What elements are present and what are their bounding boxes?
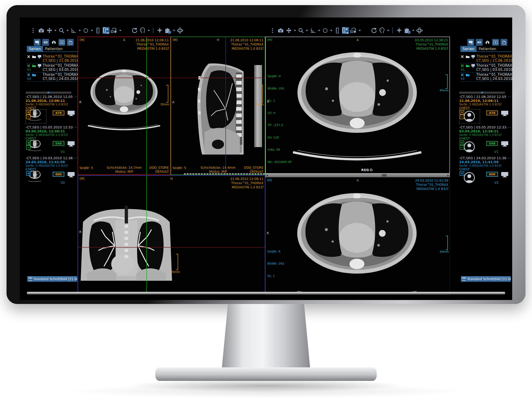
reformat-head-icon[interactable] <box>139 27 146 34</box>
reformat-head-icon[interactable] <box>379 27 386 34</box>
viewport-axial-mip[interactable]: (M) A 21.06.2010 12:06:11 Thorax^01_THOR… <box>78 37 171 175</box>
plugins-dropdown-caret[interactable] <box>412 30 415 31</box>
tab-serien[interactable]: Serien <box>27 46 43 52</box>
scroll-right-icon[interactable] <box>447 174 449 177</box>
plugins-icon[interactable] <box>164 27 171 34</box>
folder-icon[interactable] <box>32 73 36 77</box>
checkbox-remove[interactable] <box>26 171 31 176</box>
magnify-icon[interactable] <box>297 27 305 34</box>
crosshair-vertical-green[interactable] <box>146 37 147 174</box>
folder-icon[interactable] <box>32 64 36 67</box>
series-row-1[interactable]: Thorax^01_THORAX CT,SEG | 21.06.2010 1: <box>26 54 78 63</box>
tab-patienten[interactable]: Patienten <box>477 46 498 52</box>
pan-icon[interactable] <box>285 27 292 34</box>
magnify-dropdown-caret[interactable] <box>306 30 308 31</box>
series-row-2[interactable]: Thorax^01_THORAX V1 CT,SEG | 03.05.2010 … <box>460 63 511 72</box>
checkbox-minimize[interactable] <box>26 145 31 150</box>
ruler-delete-icon[interactable] <box>102 27 110 34</box>
reset-view-icon[interactable] <box>131 27 138 34</box>
series-row-3[interactable]: Thorax^01_THORAX V2 CT,SEG | 24.03.2010 … <box>26 72 78 82</box>
scroll-up-icon[interactable] <box>481 91 484 93</box>
section-header[interactable]: -CT,SEG | 03.05.2010 12:33 <box>459 125 511 129</box>
close-icon[interactable] <box>27 55 30 58</box>
screenshot-series-button[interactable] <box>492 39 499 46</box>
reset-view-icon[interactable] <box>370 27 377 34</box>
folder-icon[interactable] <box>466 73 470 77</box>
ellipse-icon[interactable] <box>322 27 329 34</box>
mpr-star-icon[interactable] <box>396 27 403 34</box>
export-button[interactable] <box>501 39 507 46</box>
folder-icon[interactable] <box>466 55 470 58</box>
series-scroll-divider[interactable] <box>459 92 505 94</box>
checkbox-minimize[interactable] <box>460 115 464 119</box>
angle-icon[interactable] <box>310 27 317 34</box>
cine-icon[interactable] <box>111 27 118 34</box>
ellipse-dropdown-caret[interactable] <box>330 30 332 31</box>
viewport-scrollbar[interactable] <box>265 174 450 177</box>
close-icon[interactable] <box>461 55 464 58</box>
section-header[interactable]: -CT,SEG | 21.06.2010 12.05 <box>459 95 511 99</box>
viewport-axial-study2[interactable]: (M) A 03.05.2010 12:38:21 Thorax^01_THOR… <box>265 37 450 174</box>
lungs-button[interactable] <box>484 39 491 45</box>
section-header[interactable]: -CT,SEG | 24.03.2010 11:36 <box>459 156 511 160</box>
checkbox-remove[interactable] <box>26 141 31 145</box>
slab-thickness-bracket[interactable] <box>261 85 263 102</box>
plugins-dropdown-caret[interactable] <box>173 30 175 31</box>
checkbox-remove[interactable] <box>460 110 464 114</box>
checkbox-minimize[interactable] <box>460 145 464 150</box>
series-thumbnail[interactable] <box>26 140 46 154</box>
4d-button[interactable]: 4D <box>476 39 483 46</box>
angle-dropdown-caret[interactable] <box>318 30 320 31</box>
close-icon[interactable] <box>461 73 464 77</box>
close-icon[interactable] <box>461 64 464 67</box>
scrollbar-thumb[interactable] <box>382 174 387 177</box>
lungs-button[interactable] <box>51 39 57 45</box>
checkbox-remove[interactable] <box>460 171 464 176</box>
section-header[interactable]: -CT,SEG | 03.05.2010 12:33 <box>26 125 77 129</box>
scroll-left-icon[interactable] <box>266 174 268 177</box>
section-header[interactable]: -CT,SEG | 21.06.2010 12.05 <box>26 95 77 99</box>
series-row-1[interactable]: Thorax^01_THORAX CT,SEG | 21.06.2010 1: <box>460 54 511 63</box>
crosshair-horizontal-red[interactable] <box>171 78 265 78</box>
drag-handle-icon[interactable] <box>269 27 276 34</box>
viewport-axial-study3[interactable]: (M) A 24.03.2010 11:41:59 Thorax^01_THOR… <box>265 177 450 295</box>
ellipse-icon[interactable] <box>82 27 89 34</box>
crosshair-horizontal-red[interactable] <box>78 247 265 248</box>
4d-button[interactable]: 4D <box>42 39 49 46</box>
layout-preset-bar[interactable]: Standard Schnittbild [21.06.1 <box>27 276 77 282</box>
series-thumbnail[interactable] <box>26 110 46 123</box>
checkbox-remove[interactable] <box>460 141 464 145</box>
checkbox-minimize[interactable] <box>26 115 31 119</box>
ruler-icon[interactable] <box>94 27 102 34</box>
reformat-dropdown-caret[interactable] <box>387 30 389 31</box>
bottom-scrollbar[interactable] <box>27 292 505 294</box>
ruler-delete-icon[interactable] <box>342 27 349 34</box>
close-icon[interactable] <box>27 73 30 77</box>
crosshair-vertical-blue[interactable] <box>226 37 226 174</box>
ruler-icon[interactable] <box>334 27 341 34</box>
viewport-coronal-mip[interactable]: (M) H 21.06.2010 12:06:11 Thorax^01_THOR… <box>78 175 265 294</box>
mpr-star-icon[interactable] <box>156 27 163 34</box>
series-thumbnail[interactable] <box>26 171 46 184</box>
crosshair-horizontal-red[interactable] <box>78 78 170 78</box>
series-thumbnail[interactable] <box>459 171 480 184</box>
send-to-monitor-button[interactable] <box>467 39 474 46</box>
series-row-2[interactable]: Thorax^01_THORAX V1 CT,SEG | 03.05.2010 … <box>26 63 78 72</box>
send-to-monitor-button[interactable] <box>34 39 40 46</box>
screenshot-series-button[interactable] <box>59 39 65 46</box>
reformat-dropdown-caret[interactable] <box>148 30 150 31</box>
camera-icon[interactable] <box>277 27 284 34</box>
angle-dropdown-caret[interactable] <box>78 30 81 31</box>
section-header[interactable]: -CT,SEG | 24.03.2010 11:36 <box>26 156 77 160</box>
ellipse-dropdown-caret[interactable] <box>91 30 93 31</box>
cine-icon[interactable] <box>350 27 357 34</box>
series-row-3[interactable]: Thorax^01_THORAX V2 CT,SEG | 24.03.2010 … <box>460 72 511 82</box>
slab-thickness-bracket[interactable] <box>176 254 178 270</box>
cine-dropdown-caret[interactable] <box>119 30 121 31</box>
plugins-icon[interactable] <box>404 27 411 34</box>
layout-preset-bar[interactable]: Standard Schnittbild [21.06.1 <box>461 276 511 282</box>
rotate-3d-icon[interactable] <box>176 27 183 34</box>
export-button[interactable] <box>67 39 74 46</box>
cine-dropdown-caret[interactable] <box>359 30 361 31</box>
series-thumbnail[interactable] <box>459 110 480 123</box>
